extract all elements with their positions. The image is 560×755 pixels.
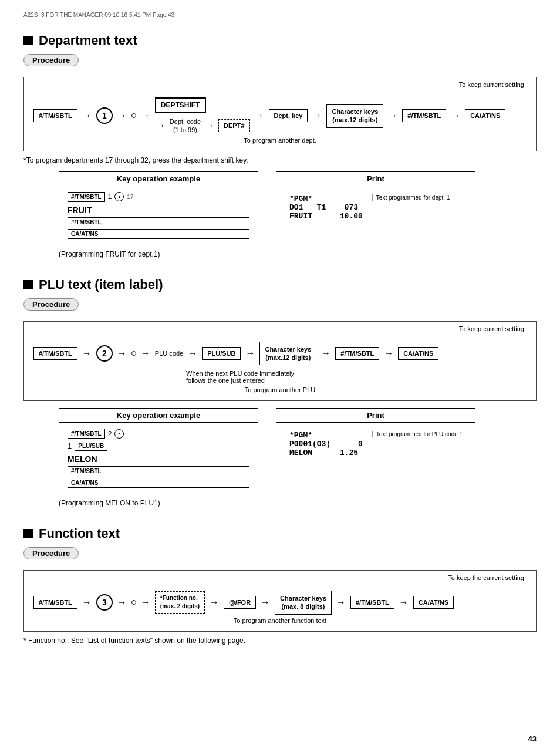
arrow-6: → [388, 110, 397, 121]
dept-print-line2: DO1 T1 073 [289, 203, 363, 212]
dept-ko-num: 1 [108, 193, 112, 201]
dept-flow-diagram: To keep current setting #/TM/SBTL → 1 → … [23, 77, 537, 151]
func-flow-rows: #/TM/SBTL → 3 → → *Function no.(max. 2 d… [33, 578, 527, 615]
dept-ko-final-boxes: #/TM/SBTL CA/AT/NS [68, 217, 249, 239]
plu-code-label: PLU code [155, 350, 183, 357]
dept-lower-branch: → Dept. code(1 to 99) → DEPT# [155, 117, 250, 134]
black-square-icon [23, 36, 33, 45]
dept-dot [131, 113, 136, 118]
dept-key-op-flow: #/TM/SBTL 1 • 17 [68, 192, 249, 202]
plu-flow-rows: #/TM/SBTL → 2 → → PLU code → PLU/SUB → C… [33, 329, 527, 385]
dept-print-header: Print [276, 172, 475, 186]
plu-arrow-2: → [117, 348, 127, 359]
plu-end-box2: CA/AT/NS [398, 347, 438, 360]
dept-ko-box4: #/TM/SBTL [68, 217, 249, 227]
plu-key-op-col: Key operation example #/TM/SBTL 2 • 1 PL… [59, 408, 258, 494]
func-char-keys: Character keys(max. 8 digits) [275, 591, 332, 615]
plu-keep-note: To keep current setting [459, 325, 524, 332]
black-square-icon-plu [23, 280, 33, 289]
dept-keep-note: To keep current setting [459, 81, 524, 88]
section-title-dept: Department text [23, 33, 537, 48]
dept-code-label: Dept. code(1 to 99) [170, 117, 201, 134]
plu-dot [131, 351, 136, 356]
func-arrow-2: → [117, 597, 127, 608]
plu-arrow-5: → [245, 348, 255, 359]
dept-branch: DEPTSHIFT → Dept. code(1 to 99) → DEPT# [155, 97, 250, 134]
arrow-dc: → [156, 120, 166, 131]
dept-key-op-col: Key operation example #/TM/SBTL 1 • 17 F… [59, 171, 258, 245]
section-function-text: Function text Procedure To keep the curr… [23, 526, 537, 645]
dept-key-op-header: Key operation example [59, 172, 258, 186]
func-arrow-7: → [399, 597, 409, 608]
plu-examples: Key operation example #/TM/SBTL 2 • 1 PL… [59, 408, 537, 494]
plu-key-op-body: #/TM/SBTL 2 • 1 PLU/SUB MELON #/TM/SBTL … [59, 423, 258, 494]
dept-print-line3: FRUIT 10.00 [289, 212, 363, 221]
section-title-plu: PLU text (item label) [23, 277, 537, 292]
dept-print-content: *PGM* DO1 T1 073 FRUIT 10.00 Text progra… [285, 192, 467, 223]
dept-print-line1: *PGM* [289, 194, 363, 203]
arrow-1: → [82, 110, 92, 121]
plu-arrow-3: → [141, 348, 150, 359]
plu-ko-box4: #/TM/SBTL [68, 466, 249, 476]
plu-print-header: Print [276, 409, 475, 423]
func-dot [131, 600, 136, 605]
plu-arrow-6: → [321, 348, 330, 359]
dept-hash-box: DEPT# [218, 119, 249, 132]
dept-print-receipt: *PGM* DO1 T1 073 FRUIT 10.00 [285, 192, 367, 223]
section-title-func: Function text [23, 526, 537, 541]
dept-ko-box5: CA/AT/NS [68, 229, 249, 239]
arrow-dc2: → [205, 120, 214, 131]
dept-to-program-note: To program another dept. [33, 137, 527, 144]
func-bottom-note: * Function no.: See "List of function te… [23, 636, 537, 645]
func-end-box1: #/TM/SBTL [350, 596, 394, 609]
plu-print-line3: MELON 1.25 [289, 449, 363, 457]
dept-print-note: Text programmed for dept. 1 [372, 194, 450, 201]
arrow-2: → [117, 110, 127, 121]
dept-asterisk-note: *To program departments 17 through 32, p… [23, 156, 537, 164]
plu-flow-diagram: To keep current setting #/TM/SBTL → 2 → … [23, 321, 537, 402]
func-keep-note: To keep the current setting [448, 574, 524, 581]
dept-examples: Key operation example #/TM/SBTL 1 • 17 F… [59, 171, 537, 245]
plu-ko-final-boxes: #/TM/SBTL CA/AT/NS [68, 466, 249, 488]
dept-step-circle: 1 [96, 107, 113, 124]
func-main-flow-row: #/TM/SBTL → 3 → → *Function no.(max. 2 d… [33, 591, 527, 615]
page-number: 43 [528, 734, 537, 743]
dept-end-box1: #/TM/SBTL [402, 109, 446, 122]
procedure-badge-plu: Procedure [23, 298, 79, 311]
arrow-4: → [255, 110, 264, 121]
plu-ko-1: 1 [68, 441, 72, 450]
plu-example-caption: (Programming MELON to PLU1) [59, 499, 537, 507]
page-header: A22S_3 FOR THE MANAGER 09.10.16 5:41 PM … [23, 12, 537, 21]
plu-print-receipt: *PGM* P0001(O3) 0 MELON 1.25 [285, 429, 367, 460]
dept-print-body: *PGM* DO1 T1 073 FRUIT 10.00 Text progra… [276, 186, 475, 229]
section-dept-text: Department text Procedure To keep curren… [23, 33, 537, 258]
dept-flow-rows: #/TM/SBTL → 1 → → DEPTSHIFT → Dept. code… [33, 85, 527, 134]
procedure-badge-func: Procedure [23, 547, 79, 559]
plu-arrow-1: → [82, 348, 92, 359]
plu-print-content: *PGM* P0001(O3) 0 MELON 1.25 Text progra… [285, 429, 467, 460]
plu-ko-dot: • [114, 429, 124, 439]
dept-ko-box1: #/TM/SBTL [68, 192, 105, 202]
dept-ko-dot: • [114, 192, 124, 201]
func-arrow-1: → [82, 597, 92, 608]
dept-print-col: Print *PGM* DO1 T1 073 FRUIT 10.00 Text … [276, 171, 475, 245]
procedure-badge-dept: Procedure [23, 54, 79, 66]
plu-sub-box: PLU/SUB [202, 347, 241, 360]
func-arrow-4: → [210, 597, 219, 608]
plu-print-line1: *PGM* [289, 431, 363, 440]
plu-ko-num: 2 [108, 430, 112, 438]
plu-print-note: Text programmed for PLU code 1 [372, 431, 463, 437]
dept-start-box: #/TM/SBTL [33, 109, 77, 122]
func-to-program-note: To program another function text [33, 617, 527, 624]
plu-ko-box5: CA/AT/NS [68, 478, 249, 488]
plu-arrow-4: → [188, 348, 197, 359]
dept-ko-digit: 17 [127, 194, 133, 200]
dept-char-keys: Character keys(max.12 digits) [326, 104, 383, 128]
plu-key-op-header: Key operation example [59, 409, 258, 423]
dept-main-flow-row: #/TM/SBTL → 1 → → DEPTSHIFT → Dept. code… [33, 97, 527, 134]
func-arrow-3: → [141, 597, 150, 608]
plu-end-box1: #/TM/SBTL [335, 347, 379, 360]
dept-key-box: Dept. key [269, 109, 308, 122]
plu-print-body: *PGM* P0001(O3) 0 MELON 1.25 Text progra… [276, 423, 475, 466]
arrow-5: → [312, 110, 322, 121]
